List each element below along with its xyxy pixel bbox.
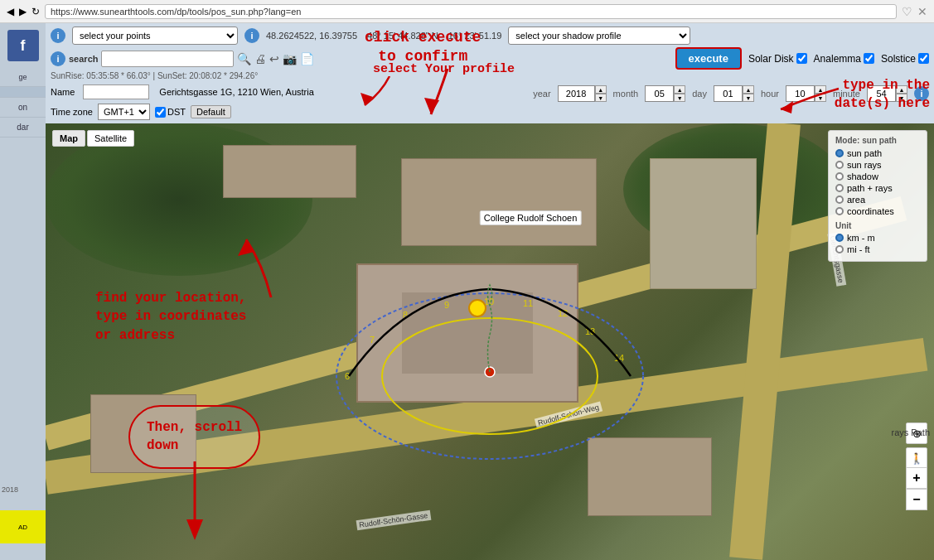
favorite-icon[interactable]: ♡ xyxy=(902,5,912,18)
forward-icon[interactable]: ▶ xyxy=(19,6,27,17)
mode-label-area: area xyxy=(847,195,865,205)
map-type-buttons: Map Satellite xyxy=(52,130,134,147)
default-button[interactable]: Default xyxy=(191,105,231,118)
month-label: month xyxy=(613,89,639,99)
back-icon[interactable]: ◀ xyxy=(7,6,14,17)
month-down-btn[interactable]: ▼ xyxy=(674,94,685,102)
day-spinner: ▲ ▼ xyxy=(714,85,754,102)
dst-group: DST xyxy=(155,107,186,118)
minute-down-btn[interactable]: ▼ xyxy=(896,94,907,102)
day-label: day xyxy=(692,89,707,99)
solstice-group: Solstice xyxy=(881,53,929,65)
month-up-btn[interactable]: ▲ xyxy=(674,85,685,94)
building-center xyxy=(356,263,578,403)
mode-sun-path[interactable]: sun path xyxy=(835,148,920,158)
mode-shadow[interactable]: shadow xyxy=(835,171,920,181)
day-input[interactable] xyxy=(714,85,743,102)
mode-radio-area xyxy=(835,196,844,204)
minute-spinner: ▲ ▼ xyxy=(867,85,907,102)
satellite-btn[interactable]: Satellite xyxy=(87,130,134,147)
minute-up-btn[interactable]: ▲ xyxy=(896,85,907,94)
timezone-select[interactable]: GMT+1 xyxy=(98,104,150,120)
mode-sun-rays[interactable]: sun rays xyxy=(835,160,920,170)
solstice-checkbox[interactable] xyxy=(918,53,929,64)
year-down-btn[interactable]: ▼ xyxy=(595,94,607,102)
solstice-label: Solstice xyxy=(881,53,916,65)
search-submit-btn[interactable]: 🔍 xyxy=(237,52,251,65)
print-btn[interactable]: 🖨 xyxy=(254,52,266,65)
hour-spinner: ▲ ▼ xyxy=(786,85,826,102)
sidebar-item-dar[interactable]: dar xyxy=(0,118,46,138)
building-main xyxy=(401,158,597,245)
unit-km[interactable]: km - m xyxy=(835,233,920,243)
info-button-select[interactable]: i xyxy=(244,28,259,43)
unit-label-mi: mi - ft xyxy=(847,244,870,254)
sidebar-item-on[interactable]: on xyxy=(0,98,46,118)
url-bar[interactable]: https://www.sunearthtools.com/dp/tools/p… xyxy=(45,4,897,19)
minute-input[interactable] xyxy=(867,85,896,102)
map-area[interactable]: Rudolf-Schön-Weg Rudolf-Schön-Gasse Geri… xyxy=(46,123,934,560)
ad-banner[interactable]: AD xyxy=(0,510,46,543)
year-up-btn[interactable]: ▲ xyxy=(595,85,607,94)
building-left xyxy=(223,145,356,197)
screenshot-btn[interactable]: 📷 xyxy=(283,52,297,65)
mode-radio-pathrays xyxy=(835,184,844,192)
dst-checkbox[interactable] xyxy=(155,107,166,118)
year-input[interactable]: 2018 xyxy=(558,85,595,102)
mode-coordinates[interactable]: coordinates xyxy=(835,206,920,216)
unit-mi[interactable]: mi - ft xyxy=(835,244,920,254)
zoom-out-btn[interactable]: − xyxy=(906,489,927,510)
analemma-checkbox[interactable] xyxy=(864,53,874,64)
sidebar-left: f ge on dar 2018 AD xyxy=(0,23,46,560)
dst-label: DST xyxy=(167,107,186,117)
search-info-btn[interactable]: i xyxy=(51,51,65,66)
person-btn[interactable]: 🚶 xyxy=(906,447,927,469)
mode-label-shadow: shadow xyxy=(847,171,878,181)
day-up-btn[interactable]: ▲ xyxy=(743,85,754,94)
month-spinner: ▲ ▼ xyxy=(645,85,685,102)
tz-label: Time zone xyxy=(51,107,93,117)
mode-label-pathrays: path + rays xyxy=(847,183,893,193)
mode-radio-coords xyxy=(835,207,844,215)
mode-label-sunrays: sun rays xyxy=(847,160,882,170)
month-input[interactable] xyxy=(645,85,674,102)
name-label: Name xyxy=(51,87,75,97)
map-btn[interactable]: Map xyxy=(52,130,85,147)
mode-area[interactable]: area xyxy=(835,195,920,205)
close-icon[interactable]: ✕ xyxy=(917,5,927,18)
points-dropdown[interactable]: select your points xyxy=(72,27,238,45)
sidebar-item-2[interactable] xyxy=(0,87,46,98)
mode-path-rays[interactable]: path + rays xyxy=(835,183,920,193)
hour-label: hour xyxy=(761,89,779,99)
building-bottom-right xyxy=(588,437,712,516)
pdf-btn[interactable]: 📄 xyxy=(300,52,314,65)
shadow-profile-dropdown[interactable]: select your shadow profile xyxy=(508,27,690,45)
year-spinner: 2018 ▲ ▼ xyxy=(558,85,607,102)
mode-label-sunpath: sun path xyxy=(847,148,882,158)
info-button-left[interactable]: i xyxy=(51,28,65,43)
zoom-in-btn[interactable]: + xyxy=(906,467,927,489)
analemma-label: Analemma xyxy=(814,53,861,65)
mode-panel: Mode: sun path sun path sun rays shadow … xyxy=(828,130,927,262)
search-row: i search 🔍 🖨 ↩ 📷 📄 xyxy=(51,51,314,67)
name-input[interactable] xyxy=(83,84,149,99)
time-info-btn[interactable]: i xyxy=(914,86,929,101)
solar-disk-checkbox[interactable] xyxy=(796,53,807,64)
main-content: i select your points i 48.2624522, 16.39… xyxy=(46,23,934,560)
browser-bar: ◀ ▶ ↻ https://www.sunearthtools.com/dp/t… xyxy=(0,0,934,23)
hour-up-btn[interactable]: ▲ xyxy=(815,85,826,94)
map-zoom: + − xyxy=(906,467,927,510)
sidebar-item-1[interactable]: ge xyxy=(0,68,46,87)
unit-radio-mi xyxy=(835,245,844,253)
college-label: College Rudolf Schoen xyxy=(480,210,582,225)
hour-down-btn[interactable]: ▼ xyxy=(815,94,826,102)
coord-dms1: 48° 15' 44.828" N xyxy=(367,31,438,41)
execute-button[interactable]: execute xyxy=(675,47,742,70)
back-btn[interactable]: ↩ xyxy=(269,52,279,65)
refresh-icon[interactable]: ↻ xyxy=(31,6,40,17)
search-input[interactable] xyxy=(101,51,234,67)
day-down-btn[interactable]: ▼ xyxy=(743,94,754,102)
hour-input[interactable] xyxy=(786,85,815,102)
facebook-icon[interactable]: f xyxy=(7,30,39,61)
address-text: Gerichtsgasse 1G, 1210 Wien, Austria xyxy=(159,87,313,97)
